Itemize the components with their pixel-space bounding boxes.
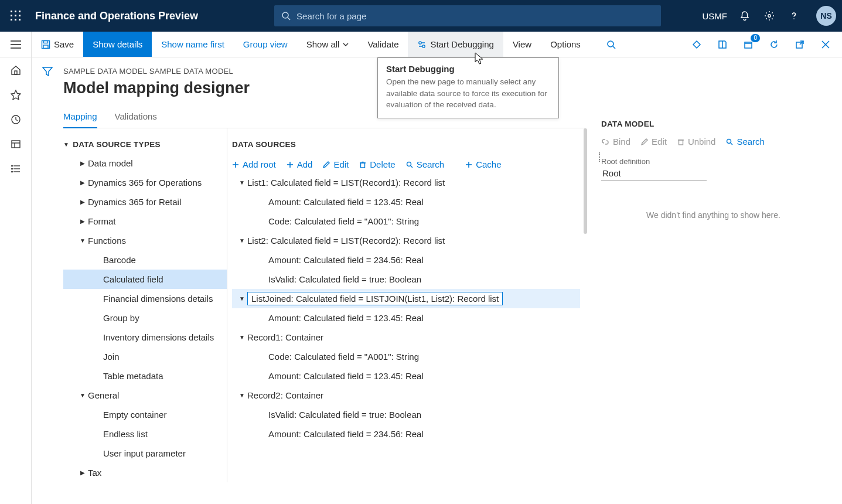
type-tree-item[interactable]: ▶Data model <box>63 154 227 173</box>
data-source-row[interactable]: Amount: Calculated field = 123.45: Real <box>232 308 580 328</box>
view-menu[interactable]: View <box>503 32 541 57</box>
search-dm-button[interactable]: Search <box>726 137 765 147</box>
type-tree-item[interactable]: User input parameter <box>63 444 227 463</box>
data-source-row[interactable]: IsValid: Calculated field = true: Boolea… <box>232 405 580 424</box>
book-icon[interactable] <box>712 32 733 57</box>
caret-right-icon: ▶ <box>77 199 88 205</box>
data-source-row[interactable]: ▼ListJoined: Calculated field = LISTJOIN… <box>232 289 580 308</box>
show-details-button[interactable]: Show details <box>83 32 152 57</box>
add-button[interactable]: Add <box>287 159 313 169</box>
svg-line-55 <box>731 143 732 145</box>
type-tree-item[interactable]: Inventory dimensions details <box>63 328 227 347</box>
search-button[interactable]: Search <box>406 159 445 169</box>
data-source-label: Amount: Calculated field = 123.45: Real <box>268 313 424 323</box>
type-tree-item[interactable]: ▶Format <box>63 212 227 231</box>
data-source-row[interactable]: ▼List1: Calculated field = LIST(Record1)… <box>232 173 580 192</box>
data-source-row[interactable]: Amount: Calculated field = 123.45: Real <box>232 192 580 212</box>
svg-rect-0 <box>11 11 12 12</box>
bell-icon[interactable] <box>738 9 752 23</box>
show-all-dropdown[interactable]: Show all <box>297 32 359 57</box>
type-tree-item[interactable]: Empty container <box>63 405 227 424</box>
type-tree-item[interactable]: Table metadata <box>63 366 227 386</box>
validate-button[interactable]: Validate <box>358 32 408 57</box>
search-input[interactable] <box>296 11 654 21</box>
edit-button[interactable]: Edit <box>323 159 349 169</box>
data-source-label: Record1: Container <box>247 332 323 342</box>
clock-icon[interactable] <box>9 113 23 127</box>
close-icon[interactable] <box>815 32 836 57</box>
attach-icon[interactable] <box>686 32 707 57</box>
svg-point-54 <box>727 139 731 143</box>
data-source-row[interactable]: ▼Record2: Container <box>232 386 580 405</box>
action-bar: Save Show details Show name first Group … <box>0 32 842 57</box>
data-source-row[interactable]: Amount: Calculated field = 234.56: Real <box>232 250 580 270</box>
edit-dm-button[interactable]: Edit <box>641 137 667 147</box>
type-tree-item[interactable]: ▶Dynamics 365 for Operations <box>63 173 227 192</box>
type-tree-item[interactable]: Barcode <box>63 250 227 270</box>
save-button[interactable]: Save <box>32 32 83 57</box>
find-icon[interactable] <box>601 32 622 57</box>
type-tree-item[interactable]: ▶Tax <box>63 463 227 482</box>
svg-rect-5 <box>19 15 21 16</box>
group-view-button[interactable]: Group view <box>234 32 297 57</box>
waffle-icon[interactable] <box>0 0 32 32</box>
notification-badge-icon[interactable] <box>738 32 759 57</box>
type-tree-item[interactable]: Group by <box>63 308 227 328</box>
debug-icon <box>417 40 427 49</box>
tree-item-label: Inventory dimensions details <box>103 332 214 342</box>
svg-rect-6 <box>11 19 12 21</box>
type-tree-item[interactable]: Join <box>63 347 227 366</box>
star-icon[interactable] <box>9 88 23 102</box>
tree-item-label: Tax <box>88 468 101 478</box>
table-icon[interactable] <box>9 137 23 151</box>
tree-item-label: Table metadata <box>103 371 163 381</box>
refresh-icon[interactable] <box>763 32 785 57</box>
popout-icon[interactable] <box>789 32 810 57</box>
show-name-first-button[interactable]: Show name first <box>152 32 234 57</box>
splitter-handle[interactable] <box>599 152 600 162</box>
caret-down-icon: ▼ <box>77 237 88 244</box>
company-label[interactable]: USMF <box>703 9 728 23</box>
data-source-label: Amount: Calculated field = 123.45: Real <box>268 197 424 207</box>
data-source-row[interactable]: ▼List2: Calculated field = LIST(Record2)… <box>232 231 580 250</box>
type-tree-item[interactable]: ▶Dynamics 365 for Retail <box>63 192 227 212</box>
data-sources-header: DATA SOURCES <box>232 140 580 149</box>
type-tree-item[interactable]: Endless list <box>63 424 227 444</box>
hamburger-icon[interactable] <box>0 32 32 57</box>
type-tree-item[interactable]: ▼General <box>63 386 227 405</box>
type-tree-item[interactable]: Calculated field <box>63 270 227 289</box>
start-debugging-label: Start Debugging <box>430 39 493 49</box>
start-debugging-button[interactable]: Start Debugging <box>408 32 503 57</box>
data-source-row[interactable]: ▼Record1: Container <box>232 328 580 347</box>
data-source-row[interactable]: Code: Calculated field = "A001": String <box>232 212 580 231</box>
bind-button[interactable]: Bind <box>601 137 630 147</box>
options-menu[interactable]: Options <box>541 32 590 57</box>
help-icon[interactable] <box>787 9 801 23</box>
data-source-row[interactable]: Code: Calculated field = "A001": String <box>232 347 580 366</box>
data-source-row[interactable]: IsValid: Calculated field = true: Boolea… <box>232 270 580 289</box>
type-tree-item[interactable]: Financial dimensions details <box>63 289 227 308</box>
delete-button[interactable]: Delete <box>359 159 395 169</box>
avatar[interactable]: NS <box>816 6 836 26</box>
svg-rect-28 <box>15 71 17 74</box>
data-source-row[interactable]: Amount: Calculated field = 123.45: Real <box>232 366 580 386</box>
svg-point-11 <box>768 15 771 17</box>
caret-down-icon[interactable]: ▼ <box>63 141 69 148</box>
data-source-row[interactable]: Amount: Calculated field = 234.56: Real <box>232 424 580 444</box>
list-icon[interactable] <box>9 162 23 176</box>
add-root-button[interactable]: Add root <box>232 159 276 169</box>
home-icon[interactable] <box>9 63 23 77</box>
tree-item-label: General <box>88 390 119 400</box>
unbind-button[interactable]: Unbind <box>677 137 716 147</box>
cache-button[interactable]: Cache <box>465 159 501 169</box>
type-tree-item[interactable]: ▼Functions <box>63 231 227 250</box>
svg-point-20 <box>422 45 425 47</box>
root-definition-value[interactable]: Root <box>601 166 707 181</box>
tab-mapping[interactable]: Mapping <box>63 111 97 128</box>
tab-validations[interactable]: Validations <box>115 111 157 128</box>
gear-icon[interactable] <box>762 9 776 23</box>
filter-icon[interactable] <box>40 64 54 79</box>
svg-rect-17 <box>44 40 48 43</box>
global-search[interactable] <box>274 5 661 26</box>
chevron-down-icon <box>343 43 349 46</box>
